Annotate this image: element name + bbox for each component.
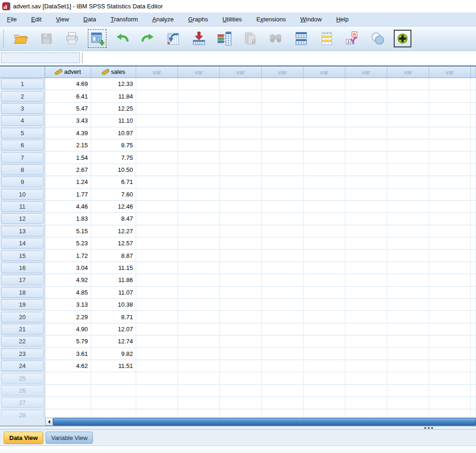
cell-sales[interactable]: 8.71 bbox=[91, 311, 136, 323]
data-cell-empty[interactable] bbox=[262, 237, 304, 249]
row-header[interactable]: 8 bbox=[0, 164, 45, 176]
data-cell-empty[interactable] bbox=[429, 139, 471, 151]
data-cell-empty[interactable] bbox=[345, 103, 387, 115]
data-cell-empty[interactable] bbox=[136, 237, 178, 249]
row-header[interactable]: 26 bbox=[0, 385, 45, 397]
data-cell-empty[interactable] bbox=[304, 323, 345, 335]
cell-sales[interactable]: 11.07 bbox=[91, 287, 136, 299]
row-header[interactable]: 22 bbox=[0, 335, 45, 348]
data-cell-empty[interactable] bbox=[262, 397, 304, 409]
cell-advert[interactable]: 1.77 bbox=[45, 189, 91, 201]
data-cell-empty[interactable] bbox=[345, 164, 387, 176]
data-cell-empty[interactable] bbox=[262, 385, 304, 397]
cell-sales[interactable]: 11.51 bbox=[91, 360, 136, 372]
cell-sales[interactable]: 8.75 bbox=[91, 139, 136, 151]
data-cell-empty[interactable] bbox=[178, 249, 220, 262]
cell-advert-empty[interactable] bbox=[45, 385, 91, 397]
data-cell-empty[interactable] bbox=[136, 176, 178, 188]
data-cell-empty[interactable] bbox=[429, 372, 471, 384]
data-cell-empty[interactable] bbox=[220, 176, 262, 188]
cell-sales[interactable]: 12.25 bbox=[91, 103, 136, 115]
grid-corner-cell[interactable] bbox=[0, 66, 45, 78]
menu-extensions[interactable]: Extensions bbox=[251, 13, 291, 25]
data-cell-empty[interactable] bbox=[387, 225, 429, 237]
cell-advert[interactable]: 4.85 bbox=[45, 287, 91, 299]
row-header[interactable]: 3 bbox=[0, 103, 45, 115]
data-cell-empty[interactable] bbox=[345, 372, 387, 384]
data-cell-empty[interactable] bbox=[429, 201, 471, 213]
data-cell-empty[interactable] bbox=[429, 335, 471, 348]
data-cell-empty[interactable] bbox=[429, 237, 471, 249]
data-cell-empty[interactable] bbox=[387, 397, 429, 409]
data-cell-empty[interactable] bbox=[304, 189, 345, 201]
data-cell-empty[interactable] bbox=[429, 78, 471, 90]
cell-sales-empty[interactable] bbox=[91, 409, 136, 418]
data-cell-empty[interactable] bbox=[345, 287, 387, 299]
data-cell-empty[interactable] bbox=[345, 385, 387, 397]
data-cell-empty[interactable] bbox=[345, 176, 387, 188]
data-cell-empty[interactable] bbox=[262, 189, 304, 201]
data-cell-empty[interactable] bbox=[387, 299, 429, 311]
data-cell-empty[interactable] bbox=[220, 139, 262, 151]
cell-sales[interactable]: 6.71 bbox=[91, 176, 136, 188]
data-cell-empty[interactable] bbox=[345, 201, 387, 213]
cell-advert-empty[interactable] bbox=[45, 372, 91, 384]
data-cell-empty[interactable] bbox=[220, 372, 262, 384]
save-button[interactable] bbox=[37, 29, 56, 48]
menu-view[interactable]: View bbox=[51, 13, 74, 25]
data-cell-empty[interactable] bbox=[304, 151, 345, 164]
data-cell-empty[interactable] bbox=[220, 274, 262, 286]
menu-window[interactable]: Window bbox=[295, 13, 327, 25]
data-cell-empty[interactable] bbox=[178, 385, 220, 397]
column-header-sales[interactable]: sales bbox=[91, 66, 136, 78]
data-cell-empty[interactable] bbox=[136, 323, 178, 335]
goto-case-button[interactable] bbox=[164, 29, 183, 48]
data-cell-empty[interactable] bbox=[429, 348, 471, 360]
data-cell-empty[interactable] bbox=[387, 164, 429, 176]
data-cell-empty[interactable] bbox=[304, 127, 345, 139]
data-cell-empty[interactable] bbox=[345, 225, 387, 237]
data-cell-empty[interactable] bbox=[387, 348, 429, 360]
data-cell-empty[interactable] bbox=[178, 78, 220, 90]
pane-splitter[interactable]: ●●● bbox=[0, 426, 476, 430]
cell-advert[interactable]: 5.47 bbox=[45, 103, 91, 115]
data-cell-empty[interactable] bbox=[304, 201, 345, 213]
cell-sales[interactable]: 10.38 bbox=[91, 299, 136, 311]
use-variable-sets-button[interactable] bbox=[368, 29, 388, 48]
toolbar-grip[interactable] bbox=[3, 30, 4, 47]
data-cell-empty[interactable] bbox=[220, 299, 262, 311]
data-cell-empty[interactable] bbox=[387, 213, 429, 225]
data-cell-empty[interactable] bbox=[345, 151, 387, 164]
data-cell-empty[interactable] bbox=[136, 249, 178, 262]
data-cell-empty[interactable] bbox=[136, 189, 178, 201]
data-cell-empty[interactable] bbox=[387, 409, 429, 418]
data-cell-empty[interactable] bbox=[262, 409, 304, 418]
cell-sales[interactable]: 12.33 bbox=[91, 78, 136, 90]
data-cell-empty[interactable] bbox=[262, 213, 304, 225]
cell-sales[interactable]: 12.46 bbox=[91, 201, 136, 213]
cell-advert[interactable]: 5.79 bbox=[45, 335, 91, 348]
row-header[interactable]: 10 bbox=[0, 189, 45, 201]
data-cell-empty[interactable] bbox=[387, 385, 429, 397]
cell-sales[interactable]: 9.82 bbox=[91, 348, 136, 360]
data-cell-empty[interactable] bbox=[136, 360, 178, 372]
data-cell-empty[interactable] bbox=[262, 299, 304, 311]
data-cell-empty[interactable] bbox=[304, 287, 345, 299]
data-cell-empty[interactable] bbox=[345, 335, 387, 348]
cell-advert[interactable]: 3.61 bbox=[45, 348, 91, 360]
data-cell-empty[interactable] bbox=[262, 176, 304, 188]
data-cell-empty[interactable] bbox=[304, 335, 345, 348]
cell-sales[interactable]: 11.15 bbox=[91, 262, 136, 274]
data-cell-empty[interactable] bbox=[304, 360, 345, 372]
data-cell-empty[interactable] bbox=[178, 176, 220, 188]
row-header[interactable]: 13 bbox=[0, 225, 45, 237]
row-header[interactable]: 11 bbox=[0, 201, 45, 213]
data-cell-empty[interactable] bbox=[220, 262, 262, 274]
data-cell-empty[interactable] bbox=[136, 103, 178, 115]
data-cell-empty[interactable] bbox=[429, 90, 471, 102]
data-cell-empty[interactable] bbox=[136, 90, 178, 102]
data-cell-empty[interactable] bbox=[262, 225, 304, 237]
column-header-var[interactable]: var bbox=[262, 66, 304, 78]
data-cell-empty[interactable] bbox=[262, 90, 304, 102]
menu-transform[interactable]: Transform bbox=[106, 13, 143, 25]
